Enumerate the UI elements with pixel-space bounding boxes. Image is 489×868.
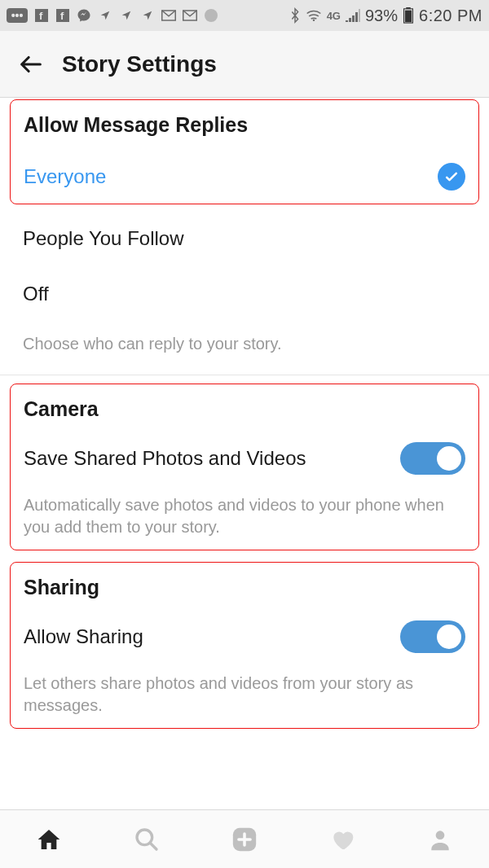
more-notifications-icon: ••• [7,8,28,23]
app-icon [204,8,218,23]
svg-rect-10 [405,11,412,23]
sharing-title: Sharing [17,571,472,606]
messenger-icon [77,8,91,23]
nav-profile[interactable] [424,823,456,856]
svg-point-7 [312,20,315,22]
nav-add[interactable] [228,823,261,856]
allow-sharing-toggle[interactable] [400,620,465,653]
save-shared-toggle[interactable] [400,442,465,475]
replies-option-everyone[interactable]: Everyone [17,158,472,195]
location-arrow-icon [119,8,134,23]
replies-section: Allow Message Replies Everyone [10,99,479,204]
sharing-section: Sharing Allow Sharing Let others share p… [10,562,479,729]
camera-section: Camera Save Shared Photos and Videos Aut… [10,384,479,550]
bottom-nav [0,809,489,868]
replies-helper: Choose who can reply to your story. [0,322,489,375]
svg-text:f: f [39,10,43,22]
gmail-icon [183,8,197,23]
facebook-icon: f [34,8,49,23]
divider [0,375,489,375]
bluetooth-icon [289,7,301,24]
checkmark-icon [438,163,465,191]
toggle-knob [437,625,461,649]
signal-icon [346,9,360,22]
allow-sharing-toggle-row: Allow Sharing [17,606,472,661]
nav-activity[interactable] [326,823,359,856]
camera-title: Camera [17,392,472,427]
nav-home[interactable] [33,823,65,856]
page-title: Story Settings [62,51,217,77]
camera-helper: Automatically save photos and videos to … [17,483,472,541]
gmail-icon [161,8,176,23]
status-bar: ••• f f [0,0,489,31]
toggle-label: Save Shared Photos and Videos [24,447,306,470]
header: Story Settings [0,31,489,98]
svg-point-6 [205,9,218,22]
replies-title: Allow Message Replies [17,108,472,158]
location-arrow-icon [140,8,155,23]
status-right: 4G 93% 6:20 PM [289,7,482,25]
content: Allow Message Replies Everyone People Yo… [0,99,489,729]
save-shared-toggle-row: Save Shared Photos and Videos [17,427,472,483]
sharing-helper: Let others share photos and videos from … [17,661,472,720]
replies-option-off[interactable]: Off [0,266,489,322]
battery-percentage: 93% [365,7,398,25]
toggle-label: Allow Sharing [24,625,143,648]
battery-icon [403,7,414,24]
svg-text:f: f [60,10,64,22]
replies-option-people-you-follow[interactable]: People You Follow [0,211,489,266]
facebook-icon: f [55,8,70,23]
nav-search[interactable] [130,823,163,856]
status-left: ••• f f [7,8,218,23]
toggle-knob [437,446,461,471]
wifi-icon [306,9,322,22]
option-label: Everyone [24,165,106,188]
back-button[interactable] [15,48,47,81]
svg-point-13 [436,831,445,840]
location-arrow-icon [98,8,112,23]
network-type: 4G [327,10,341,22]
clock: 6:20 PM [419,7,482,25]
